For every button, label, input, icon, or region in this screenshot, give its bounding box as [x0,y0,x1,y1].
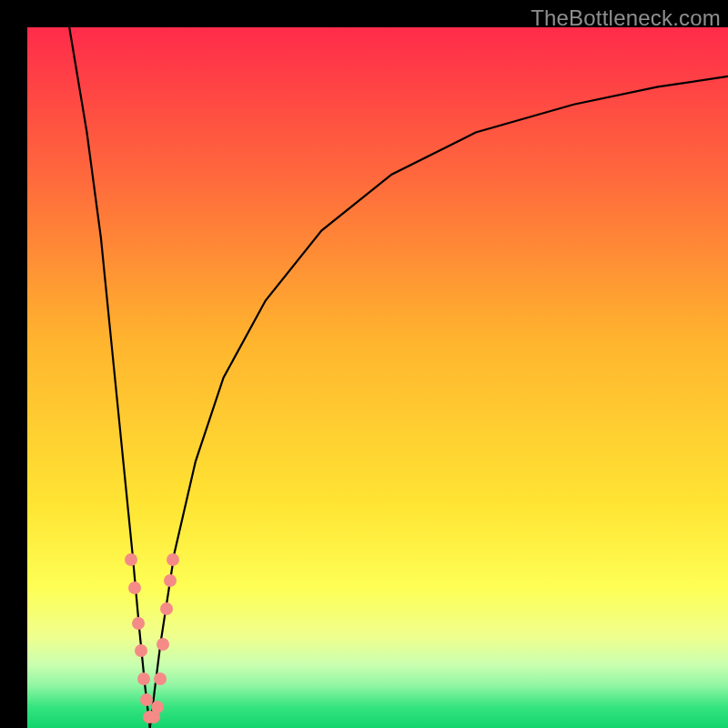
data-marker [125,553,137,566]
plot-area [27,27,728,728]
data-marker [132,617,145,630]
data-marker [167,553,179,566]
data-marker [154,672,167,685]
data-marker [164,574,177,587]
data-marker [135,644,147,657]
data-marker [151,701,164,713]
data-marker [137,672,150,685]
marker-layer [27,27,728,728]
data-marker [128,581,141,594]
outer-frame: TheBottleneck.com [0,0,728,728]
watermark-text: TheBottleneck.com [531,5,721,31]
data-marker [160,602,173,615]
data-marker [157,638,169,651]
